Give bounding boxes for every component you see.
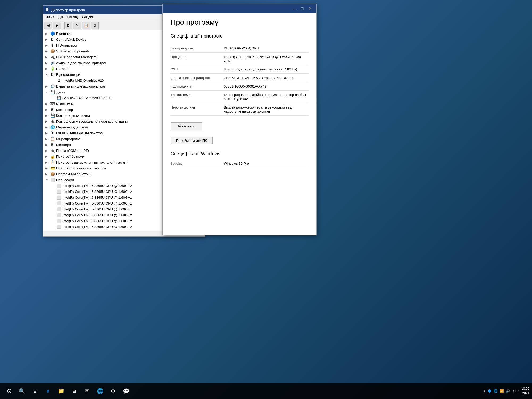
tray-chevron-icon[interactable]: ∧	[483, 389, 485, 393]
tree-item-icon: 🔊	[50, 60, 55, 65]
clock-time: 10:00	[521, 386, 529, 391]
tree-expand-icon[interactable]: ▶	[45, 38, 50, 41]
tree-expand-icon[interactable]: ▶	[45, 108, 50, 111]
about-maximize-button[interactable]: □	[298, 5, 306, 12]
toolbar-list-button[interactable]: 📋	[82, 22, 90, 29]
about-close-button[interactable]: ✕	[306, 5, 314, 12]
taskbar-tray: ∧ 🔷 🌐 📶 🔊	[483, 389, 513, 393]
start-button[interactable]: ⊙	[3, 384, 16, 398]
spec-row: Перо та дотикиВвід за допомогою пера та …	[171, 103, 308, 116]
spec-row: Тип системи64-розрядна операційна систем…	[171, 91, 308, 103]
language-label: УКР	[513, 389, 519, 393]
tree-expand-icon[interactable]: ▶	[45, 56, 50, 59]
menu-help[interactable]: Довідка	[80, 15, 95, 20]
taskbar-settings-icon[interactable]: ⚙	[107, 385, 119, 397]
tree-item-label: Intel(R) Core(TM) i5-8365U CPU @ 1.60GHz	[63, 225, 132, 229]
tree-expand-icon[interactable]: ▶	[45, 61, 50, 64]
tree-item-icon: 🔌	[50, 54, 55, 60]
tree-expand-icon[interactable]: ▶	[45, 126, 50, 129]
tree-item-icon: ⬜	[56, 206, 61, 212]
tree-expand-icon[interactable]: ▶	[45, 102, 50, 105]
tree-item-label: Мікропрограма:	[56, 137, 81, 141]
toolbar-monitor-button[interactable]: 🖥	[91, 22, 99, 29]
tree-expand-icon[interactable]: ▼	[45, 178, 50, 181]
tree-item-icon: 💾	[50, 89, 55, 95]
spec-value: Ввід за допомогою пера та сенсорний ввід…	[224, 105, 308, 113]
taskbar-store-icon[interactable]: ⊞	[68, 385, 80, 397]
tree-expand-icon[interactable]: ▶	[45, 85, 50, 88]
tree-item-icon: 🔌	[50, 119, 55, 124]
tree-expand-icon[interactable]: ▶	[45, 155, 50, 158]
tree-expand-icon[interactable]: ▶	[45, 67, 50, 70]
windows-version-value: Windows 10 Pro	[224, 161, 308, 165]
tree-item-label: Клавіатури	[56, 102, 74, 106]
taskbar-teams-icon[interactable]: 💬	[120, 385, 132, 397]
specs-container: Ім'я пристроюDESKTOP-M5GQQPNПроцесорInte…	[171, 44, 308, 116]
tree-item-label: Миша й інші вказівні пристрої	[56, 131, 104, 135]
tray-bluetooth-icon[interactable]: 🔷	[488, 389, 492, 393]
tree-expand-icon[interactable]: ▶	[45, 138, 50, 140]
tree-expand-icon[interactable]: ▼	[45, 73, 50, 76]
taskbar-chrome-icon[interactable]: 🌐	[94, 385, 106, 397]
menu-file[interactable]: Файл	[44, 15, 56, 20]
tree-expand-icon[interactable]: ▶	[45, 149, 50, 152]
tree-item-label: Пристрої читання смарт-карток	[56, 166, 106, 170]
spec-label: Ім'я пристрою	[171, 46, 224, 50]
taskbar-time[interactable]: 10:00 2021	[521, 386, 529, 396]
tree-expand-icon[interactable]: ▶	[45, 32, 50, 35]
taskbar-taskview-icon[interactable]: ⊞	[29, 385, 41, 397]
tree-item-label: Software components	[56, 49, 90, 53]
tree-item-icon: 📦	[50, 171, 55, 177]
toolbar-forward-button[interactable]: ▶	[53, 22, 61, 29]
tree-item-icon: ⌨	[50, 101, 55, 106]
tree-item-icon: 🖥	[50, 142, 55, 147]
taskbar-mail-icon[interactable]: ✉	[81, 385, 93, 397]
tree-item-icon: ⬜	[50, 177, 55, 182]
tree-item-label: Диски	[56, 90, 66, 94]
tray-network-icon[interactable]: 🌐	[494, 389, 498, 393]
tree-expand-icon[interactable]: ▶	[45, 173, 50, 176]
tree-expand-icon[interactable]: ▼	[45, 91, 50, 94]
tree-item-label: Батареї	[56, 67, 69, 71]
tree-item-label: Аудіо-, відео- та ігрові пристрої	[56, 61, 106, 65]
toolbar-help-button[interactable]: ?	[73, 22, 81, 29]
tree-item-icon: ⬜	[56, 183, 61, 188]
tree-expand-icon[interactable]: ▶	[45, 167, 50, 170]
spec-row: Ідентифікатор пристрою210E51DE-1DAF-455A…	[171, 74, 308, 82]
menu-view[interactable]: Вигляд	[65, 15, 80, 20]
tree-item-label: Вхідні та вихідні аудіопристрої	[56, 84, 105, 88]
taskbar-edge-icon[interactable]: e	[42, 385, 54, 397]
copy-button[interactable]: Копіювати	[171, 122, 202, 130]
windows-version-label: Версія:	[171, 161, 224, 165]
tree-item-icon: ⬜	[56, 195, 61, 200]
tree-expand-icon[interactable]: ▶	[45, 143, 50, 146]
tray-wifi-icon[interactable]: 📶	[500, 389, 504, 393]
tree-expand-icon[interactable]: ▶	[45, 132, 50, 135]
taskbar-search-icon[interactable]: 🔍	[16, 385, 28, 397]
tree-expand-icon[interactable]: ▶	[45, 120, 50, 123]
about-content: Про програму Специфікації пристрою Ім'я …	[163, 13, 316, 235]
toolbar-back-button[interactable]: ◀	[44, 22, 52, 29]
rename-pc-button[interactable]: Перейменувати ПК	[171, 137, 213, 144]
tree-expand-icon[interactable]: ▶	[45, 44, 50, 47]
tree-item-icon: ⬜	[56, 218, 61, 223]
spec-row: Код продукту00331-10000-00001-AA749	[171, 82, 308, 91]
spec-label: ОЗП	[171, 67, 224, 71]
about-minimize-button[interactable]: —	[290, 5, 298, 12]
tray-volume-icon[interactable]: 🔊	[506, 389, 510, 393]
tree-item-label: USB Connector Managers	[56, 55, 97, 59]
tree-item-icon: 📦	[50, 48, 55, 54]
toolbar-computer-button[interactable]: 🖥	[64, 22, 72, 29]
tree-expand-icon[interactable]: ▶	[45, 50, 50, 53]
devmgr-title: Диспетчер пристроїв	[51, 8, 175, 12]
menu-action[interactable]: Дія	[56, 15, 65, 20]
taskbar-explorer-icon[interactable]: 📁	[55, 385, 67, 397]
tree-item-icon: ⬜	[56, 212, 61, 218]
tree-item-label: Intel(R) Core(TM) i5-8365U CPU @ 1.60GHz	[63, 213, 132, 217]
language-indicator[interactable]: УКР	[513, 389, 521, 393]
taskbar-items: 🔍 ⊞ e 📁 ⊞ ✉ 🌐 ⚙ 💬	[16, 385, 483, 397]
tree-expand-icon[interactable]: ▶	[45, 114, 50, 117]
tree-item-label: Відеоадаптери	[56, 73, 80, 77]
tree-item-label: Комп'ютер	[56, 108, 73, 112]
tree-expand-icon[interactable]: ▶	[45, 161, 50, 164]
